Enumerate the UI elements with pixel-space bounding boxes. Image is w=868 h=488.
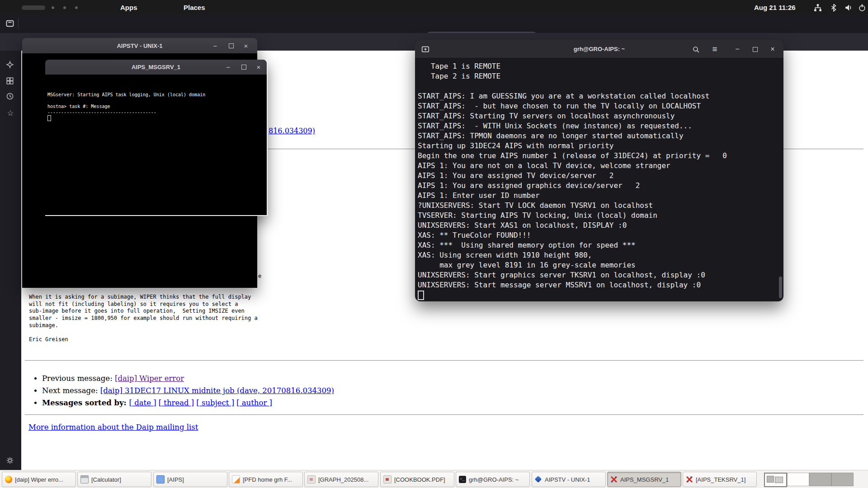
msgsrv-cursor <box>47 115 51 121</box>
taskbar-item-calculator[interactable]: [Calculator] <box>77 472 151 487</box>
aipstv-icon <box>535 476 542 483</box>
terminal-new-tab-icon[interactable] <box>420 43 431 55</box>
aips-x-icon <box>686 476 693 483</box>
aipstv-titlebar[interactable]: AIPSTV - UNIX-1 <box>22 38 257 53</box>
taskbar-item-aips-msgsrv[interactable]: AIPS_MSGSRV_1 <box>607 472 681 487</box>
sort-by-date-link[interactable]: [ date ] <box>129 399 156 407</box>
msgsrv-close-button[interactable]: × <box>253 61 264 72</box>
workspace-indicator-active[interactable] <box>22 5 45 10</box>
terminal-cursor <box>418 291 424 300</box>
msgsrv-minimize-button[interactable]: − <box>223 61 234 72</box>
window-list-taskbar: [daip] Wiper erro... [Calculator] [AIPS]… <box>0 470 868 488</box>
next-message-link-fragment[interactable]: 816.034309) <box>269 127 315 135</box>
terminal-icon <box>459 476 466 483</box>
sort-by-thread-link[interactable]: [ thread ] <box>159 399 194 407</box>
firefox-view-icon[interactable] <box>5 19 14 28</box>
workspace-dot-3[interactable] <box>63 6 66 9</box>
taskbar-item-aips[interactable]: [AIPS] <box>153 472 227 487</box>
terminal-menu-icon[interactable]: ≡ <box>709 43 721 55</box>
message-body: When it is asking for a subimage, WIPER … <box>29 294 258 343</box>
history-clock-icon[interactable] <box>6 92 15 101</box>
aipstv-window-title: AIPSTV - UNIX-1 <box>117 42 162 49</box>
firefox-icon <box>5 476 12 483</box>
terminal-maximize-button[interactable] <box>749 43 761 55</box>
sorted-by-item: Messages sorted by: [ date ][ thread ][ … <box>42 397 334 409</box>
terminal-titlebar[interactable]: grh@GRO-AIPS: ~ <box>415 40 783 58</box>
next-message-link[interactable]: [daip] 31DEC17 LINUX midnite job (dave, … <box>100 386 334 395</box>
places-menu[interactable]: Places <box>177 0 212 15</box>
terminal-output: Tape 1 is REMOTE Tape 2 is REMOTE START_… <box>418 61 727 290</box>
aips-doc-icon <box>156 475 165 483</box>
prev-message-item: Previous message: [daip] Wiper error <box>42 372 334 385</box>
terminal-minimize-button[interactable]: − <box>731 43 743 55</box>
mailing-list-info-link[interactable]: More information about the Daip mailing … <box>28 423 198 432</box>
aipstv-minimize-button[interactable]: − <box>210 40 221 51</box>
extensions-boxes-icon[interactable] <box>6 77 15 86</box>
bookmarks-star-icon[interactable]: ☆ <box>6 109 15 118</box>
power-icon[interactable] <box>858 4 866 12</box>
clock[interactable]: Aug 21 11:26 <box>754 0 796 15</box>
top-bar: Apps Places Aug 21 11:26 <box>0 0 868 15</box>
message-body-fragment: e <box>258 273 261 279</box>
network-icon[interactable] <box>814 4 822 12</box>
workspace-3[interactable] <box>809 473 831 486</box>
terminal-search-icon[interactable] <box>690 43 702 55</box>
aipstv-maximize-button[interactable] <box>226 40 236 51</box>
taskbar-item-aipstv[interactable]: AIPSTV - UNIX-1 <box>532 472 606 487</box>
volume-icon[interactable] <box>844 4 853 12</box>
horizontal-rule <box>25 360 863 361</box>
aipstv-close-button[interactable]: × <box>241 40 251 51</box>
workspace-dot-2[interactable] <box>52 6 54 9</box>
message-nav-list: Previous message: [daip] Wiper error Nex… <box>29 372 334 409</box>
terminal-close-button[interactable]: × <box>767 43 778 55</box>
pdf-file-icon <box>383 475 392 483</box>
aips-x-icon <box>610 476 618 483</box>
workspace-2[interactable] <box>787 473 809 486</box>
next-message-item: Next message: [daip] 31DEC17 LINUX midni… <box>42 385 334 397</box>
calculator-icon <box>80 475 89 483</box>
settings-gear-icon[interactable] <box>6 456 15 465</box>
msgsrv-window-title: AIPS_MSGSRV_1 <box>132 64 180 70</box>
pdf-doc-icon <box>232 475 240 483</box>
taskbar-item-pfd-home[interactable]: [PFD home grh F... <box>229 472 303 487</box>
workspace-switcher <box>764 473 854 485</box>
workspace-dot-4[interactable] <box>75 6 78 9</box>
terminal-window-title: grh@GRO-AIPS: ~ <box>574 46 625 52</box>
msgsrv-terminal-body[interactable]: MSGserver: Starting AIPS task logging, U… <box>45 75 267 215</box>
msgsrv-output: MSGserver: Starting AIPS task logging, U… <box>47 90 205 115</box>
bluetooth-icon[interactable] <box>830 4 838 12</box>
taskbar-item-gro-aips-terminal[interactable]: grh@GRO-AIPS: ~ <box>456 472 530 487</box>
taskbar-item-graph[interactable]: [GRAPH_202508... <box>304 472 378 487</box>
terminal-scrollbar[interactable] <box>779 277 782 298</box>
taskbar-item-aips-teksrv[interactable]: [AIPS_TEKSRV_1] <box>683 472 757 487</box>
prev-message-link[interactable]: [daip] Wiper error <box>115 374 184 383</box>
workspace-4[interactable] <box>831 473 854 486</box>
taskbar-item-cookbook[interactable]: [COOKBOOK.PDF] <box>380 472 454 487</box>
workspace-1-active[interactable] <box>764 473 787 487</box>
tab-separator <box>18 19 19 28</box>
browser-sidebar: ☆ <box>0 51 22 470</box>
gnome-terminal-window: grh@GRO-AIPS: ~ ≡ − × Tape 1 is REMOTE T… <box>415 40 783 301</box>
browser-tab-bar: Radio Astronomy Lecture × G Gmail × Indi… <box>0 15 868 33</box>
image-file-icon <box>307 475 316 483</box>
sort-by-author-link[interactable]: [ author ] <box>236 399 272 407</box>
genai-sparkle-icon[interactable] <box>6 61 15 70</box>
sort-by-subject-link[interactable]: [ subject ] <box>196 399 234 407</box>
taskbar-item-daip-wiper[interactable]: [daip] Wiper erro... <box>2 472 76 487</box>
apps-menu[interactable]: Apps <box>114 0 144 15</box>
msgsrv-maximize-button[interactable] <box>238 61 249 72</box>
horizontal-rule <box>25 414 863 415</box>
msgsrv-window: AIPS_MSGSRV_1 − × MSGserver: Starting AI… <box>45 60 268 216</box>
